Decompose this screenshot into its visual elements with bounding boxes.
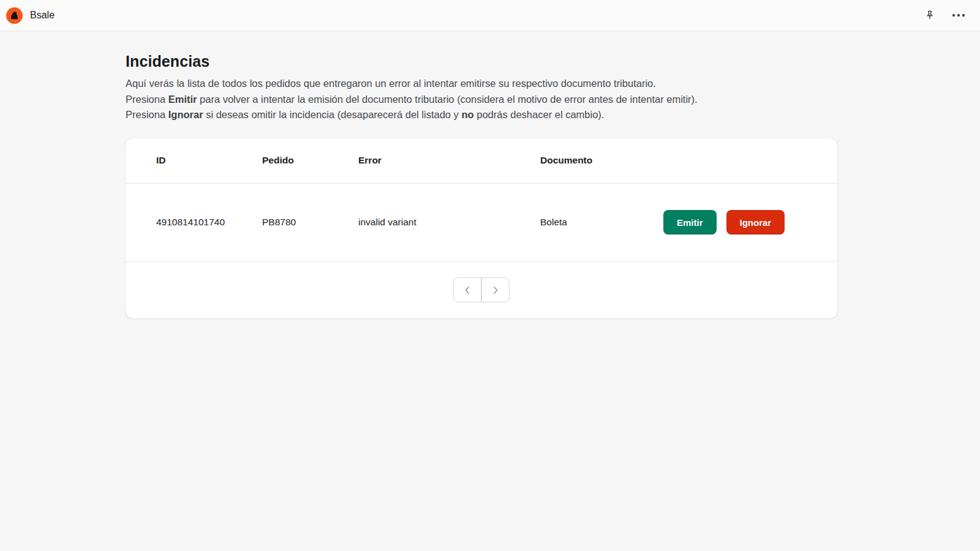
cell-error: invalid variant <box>358 217 540 228</box>
main-content: Incidencias Aquí verás la lista de todos… <box>0 31 837 318</box>
incidents-card: ID Pedido Error Documento 4910814101740 … <box>126 138 837 318</box>
column-header-pedido: Pedido <box>262 155 358 166</box>
pin-button[interactable] <box>922 8 937 23</box>
app-name: Bsale <box>30 10 55 21</box>
cell-id: 4910814101740 <box>156 217 262 228</box>
table-header-row: ID Pedido Error Documento <box>126 138 837 184</box>
cell-pedido: PB8780 <box>262 217 358 228</box>
page-description: Aquí verás la lista de todos los pedidos… <box>126 76 837 123</box>
previous-page-button[interactable] <box>453 277 481 302</box>
app-identity: Bsale <box>6 7 55 24</box>
emit-button[interactable]: Emitir <box>663 210 717 234</box>
next-page-button[interactable] <box>481 277 510 302</box>
chevron-right-icon <box>491 286 500 294</box>
intro-line-1: Aquí verás la lista de todos los pedidos… <box>126 76 837 92</box>
column-header-documento: Documento <box>540 155 663 166</box>
intro-line-3: Presiona Ignorar si deseas omitir la inc… <box>126 107 837 123</box>
more-options-button[interactable] <box>951 12 967 18</box>
ellipsis-icon <box>952 13 965 17</box>
pagination <box>453 277 510 302</box>
row-actions: Emitir Ignorar <box>663 210 807 234</box>
topbar: Bsale <box>0 0 980 31</box>
intro-line-2: Presiona Emitir para volver a intentar l… <box>126 92 837 108</box>
column-header-error: Error <box>358 155 540 166</box>
pagination-footer <box>126 262 837 318</box>
bsale-logo-icon <box>6 7 23 24</box>
page-title: Incidencias <box>126 53 837 70</box>
chevron-left-icon <box>463 286 472 294</box>
cell-documento: Boleta <box>540 217 663 228</box>
pin-icon <box>924 9 936 21</box>
table-row: 4910814101740 PB8780 invalid variant Bol… <box>126 184 837 262</box>
ignore-button[interactable]: Ignorar <box>726 210 785 234</box>
column-header-id: ID <box>156 155 262 166</box>
